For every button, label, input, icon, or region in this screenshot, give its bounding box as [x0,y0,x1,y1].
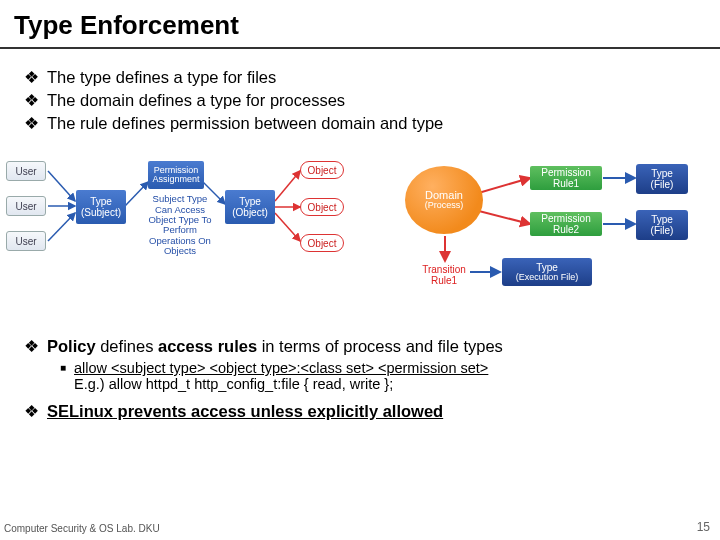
type-object-l1: Type [239,196,261,207]
object-box-2: Object [300,198,344,216]
policy-rules: access rules [158,337,257,355]
allow-line2: E.g.) allow httpd_t http_config_t:file {… [74,376,393,392]
bullet-3: ❖The rule defines permission between dom… [24,114,696,134]
type-object-l2: (Object) [232,207,268,218]
bullet-1: ❖The type defines a type for files [24,68,696,88]
perm-rule-1-box: Permission Rule1 [530,166,602,190]
domain-l2: (Process) [425,201,464,211]
diagram: User User User Type (Subject) Permission… [0,146,720,326]
type-exec-l2: (Execution File) [516,273,579,283]
type-file-2-l1: Type [651,214,673,225]
svg-line-0 [48,171,75,201]
arrows-svg [0,146,720,326]
type-file-1-l1: Type [651,168,673,179]
lower-bullets: ❖ Policy defines access rules in terms o… [0,326,720,431]
selinux-bullet: ❖ SELinux prevents access unless explici… [24,402,696,422]
bullet-1-text: The type defines a type for files [47,68,276,87]
object-box-1: Object [300,161,344,179]
footer-right: 15 [697,520,710,534]
svg-line-8 [475,178,530,194]
selinux-text: SELinux prevents access unless explicitl… [47,402,443,421]
bullet-2: ❖The domain defines a type for processes [24,91,696,111]
svg-line-2 [48,213,75,241]
top-bullets: ❖The type defines a type for files ❖The … [0,49,720,142]
bullet-2-text: The domain defines a type for processes [47,91,345,110]
allow-text: allow <subject type> <object type>:<clas… [74,360,488,392]
policy-mid: defines [96,337,158,355]
type-subject-box: Type (Subject) [76,190,126,224]
type-file-2-l2: (File) [651,225,674,236]
subject-caption: Subject Type Can Access Object Type To P… [140,196,220,254]
allow-line1: allow <subject type> <object type>:<clas… [74,360,488,376]
object-box-3: Object [300,234,344,252]
type-file-box-2: Type (File) [636,210,688,240]
type-subject-l2: (Subject) [81,207,121,218]
bullet-3-text: The rule defines permission between doma… [47,114,443,133]
svg-line-9 [475,210,530,224]
type-exec-box: Type (Execution File) [502,258,592,286]
type-file-1-l2: (File) [651,179,674,190]
footer-left: Computer Security & OS Lab. DKU [4,523,160,534]
type-subject-l1: Type [90,196,112,207]
policy-tail: in terms of process and file types [257,337,503,355]
perm-rule-2-box: Permission Rule2 [530,212,602,236]
slide-title: Type Enforcement [0,0,720,49]
svg-line-7 [275,213,300,241]
allow-sub-bullet: ■ allow <subject type> <object type>:<cl… [60,360,696,392]
policy-lead: Policy [47,337,96,355]
type-object-box: Type (Object) [225,190,275,224]
policy-text: Policy defines access rules in terms of … [47,337,503,356]
domain-box: Domain (Process) [405,166,483,234]
user-box-1: User [6,161,46,181]
user-box-2: User [6,196,46,216]
svg-line-5 [275,171,300,201]
perm-assign-l2: Assignment [152,175,199,185]
transition-label: Transition Rule1 [418,262,470,288]
policy-bullet: ❖ Policy defines access rules in terms o… [24,337,696,357]
user-box-3: User [6,231,46,251]
type-file-box-1: Type (File) [636,164,688,194]
perm-assign-box: Permission Assignment [148,161,204,189]
